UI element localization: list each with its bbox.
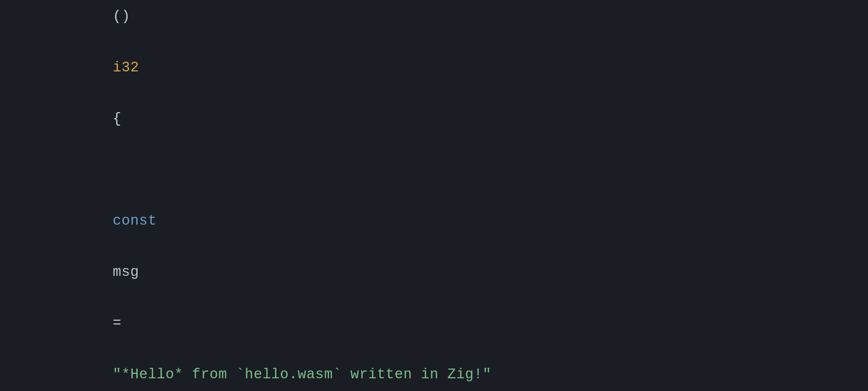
code-line-3: const msg = "*Hello* from `hello.wasm` w… <box>60 157 492 391</box>
keyword-const-2: const <box>113 213 157 229</box>
string-literal: "*Hello* from `hello.wasm` written in Zi… <box>113 366 491 382</box>
type-i32: i32 <box>113 59 139 76</box>
open-brace: { <box>113 111 121 127</box>
variable-msg: msg <box>113 264 139 280</box>
code-block: const typ = @import("typ") ; export fn h… <box>60 0 492 391</box>
code-line-2: export fn hello () i32 { <box>60 0 492 157</box>
parens: () <box>113 8 130 24</box>
operator-assign-2: = <box>113 315 121 331</box>
code-container: const typ = @import("typ") ; export fn h… <box>0 0 551 391</box>
